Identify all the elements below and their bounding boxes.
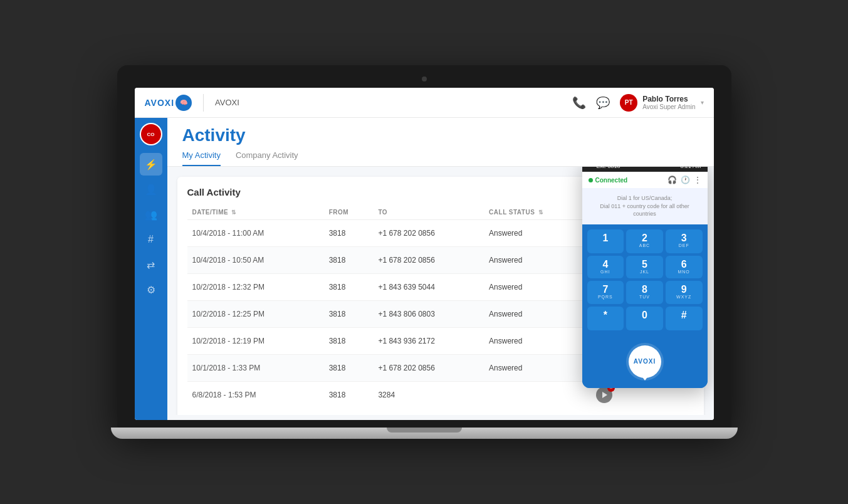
settings-icon: ⚙ — [147, 284, 155, 296]
cell-from: 3818 — [324, 355, 374, 382]
sort-icon-datetime: ⇅ — [231, 209, 237, 216]
cell-datetime: 10/4/2018 - 10:50 AM — [187, 247, 324, 274]
content-body: Call Activity DATE/TIME ⇅ FROM TO CALL S… — [167, 167, 714, 415]
phone-time: 8:21 AM — [680, 167, 701, 169]
laptop-base — [111, 428, 738, 439]
key-number: # — [666, 310, 703, 320]
app-name: AVOXI — [215, 98, 239, 107]
sidebar-item-groups[interactable]: 👥 — [140, 203, 162, 226]
key-number: 0 — [626, 310, 663, 320]
cell-to: +1 843 936 2172 — [373, 328, 484, 355]
phone-footer: AVOXI — [582, 335, 708, 388]
key-number: 5 — [626, 260, 663, 270]
key-button-4[interactable]: 4 GHI — [587, 256, 624, 278]
main-layout: CO ⚡ 👤 👥 # ⇄ — [135, 118, 714, 420]
sidebar-item-hashtag[interactable]: # — [140, 228, 162, 251]
cell-status: Answered — [484, 355, 591, 382]
cell-datetime: 10/2/2018 - 12:32 PM — [187, 274, 324, 301]
cell-from: 3818 — [324, 220, 374, 247]
col-to: TO — [373, 205, 484, 220]
voicemail-icon[interactable]: 💬 — [596, 96, 610, 110]
key-button-2[interactable]: 2 ABC — [626, 229, 663, 253]
key-button-*[interactable]: * — [587, 307, 624, 330]
key-button-5[interactable]: 5 JKL — [626, 256, 663, 278]
cell-status: Answered — [484, 328, 591, 355]
key-button-#[interactable]: # — [666, 307, 703, 330]
logo-divider — [203, 94, 204, 112]
key-number: 6 — [666, 260, 703, 270]
keypad: 1 2 ABC 3 DEF 4 GHI 5 JKL 6 MNO 7 PQRS 8… — [582, 224, 708, 335]
page-title: Activity — [182, 125, 699, 145]
cell-to: 3284 — [373, 382, 484, 409]
cell-to: +1 678 202 0856 — [373, 247, 484, 274]
cell-to: +1 678 202 0856 — [373, 220, 484, 247]
genius-badge: 🧠 — [175, 95, 192, 111]
avoxi-logo: AVOXI 🧠 — [145, 95, 192, 111]
sidebar-logo: CO — [140, 123, 162, 145]
sidebar-item-contacts[interactable]: 👤 — [140, 178, 162, 201]
cell-status: Answered — [484, 301, 591, 328]
key-number: * — [587, 310, 624, 320]
more-icon[interactable]: ⋮ — [694, 176, 701, 184]
sort-icon-status: ⇅ — [538, 209, 544, 216]
phone-connected-bar: Connected 🎧 🕐 ⋮ — [582, 172, 708, 188]
sidebar-item-settings[interactable]: ⚙ — [140, 278, 162, 301]
key-button-0[interactable]: 0 — [626, 307, 663, 330]
cell-from: 3818 — [324, 382, 374, 409]
key-button-8[interactable]: 8 TUV — [626, 281, 663, 303]
hashtag-icon: # — [148, 234, 154, 245]
phone-action-icons: 🎧 🕐 ⋮ — [667, 176, 701, 184]
clock-icon[interactable]: 🕐 — [681, 176, 690, 184]
key-number: 7 — [587, 285, 624, 295]
tab-company-activity[interactable]: Company Activity — [236, 150, 298, 166]
key-button-3[interactable]: 3 DEF — [666, 229, 703, 253]
headset-icon[interactable]: 🎧 — [667, 176, 677, 184]
avatar: PT — [620, 94, 637, 112]
content-area: Activity My Activity Company Activity Ca… — [167, 118, 714, 420]
key-number: 2 — [626, 233, 663, 243]
cell-to: +1 843 639 5044 — [373, 274, 484, 301]
chevron-down-icon: ▾ — [701, 99, 704, 106]
key-number: 3 — [666, 233, 703, 243]
sidebar-item-routing[interactable]: ⇄ — [140, 253, 162, 276]
topbar-right: 📞 💬 PT Pablo Torres Avoxi Super Admin ▾ — [572, 94, 703, 112]
laptop-frame: AVOXI 🧠 AVOXI 📞 💬 PT — [117, 65, 731, 439]
key-letters: JKL — [626, 270, 663, 275]
phone-icon[interactable]: 📞 — [572, 96, 586, 110]
cell-status — [484, 382, 591, 409]
cell-status: Answered — [484, 274, 591, 301]
tab-my-activity[interactable]: My Activity — [182, 150, 221, 166]
key-button-1[interactable]: 1 — [587, 229, 624, 253]
key-number: 1 — [587, 233, 624, 243]
key-letters: ABC — [626, 243, 663, 248]
phone-back-icon: — — [589, 167, 594, 169]
dial-display[interactable]: Dial 1 for US/Canada; Dial 011 + country… — [582, 188, 708, 224]
user-info[interactable]: PT Pablo Torres Avoxi Super Admin ▾ — [620, 94, 703, 112]
screen: AVOXI 🧠 AVOXI 📞 💬 PT — [135, 88, 714, 420]
key-letters: MNO — [666, 270, 703, 275]
sidebar-item-activity[interactable]: ⚡ — [140, 153, 162, 176]
user-details: Pablo Torres Avoxi Super Admin — [642, 95, 695, 110]
cell-from: 3818 — [324, 301, 374, 328]
key-number: 9 — [666, 285, 703, 295]
avoxi-phone-logo: AVOXI — [626, 343, 664, 381]
screen-bezel: AVOXI 🧠 AVOXI 📞 💬 PT — [117, 65, 731, 428]
key-number: 8 — [626, 285, 663, 295]
phone-status-bar: — Ext. 3818 8:21 AM — [582, 167, 708, 172]
company-logo: CO — [141, 124, 161, 144]
cell-to: +1 843 806 0803 — [373, 301, 484, 328]
play-button-error[interactable] — [596, 387, 612, 403]
phone-extension: Ext. 3818 — [597, 167, 620, 169]
col-from: FROM — [324, 205, 374, 220]
key-button-7[interactable]: 7 PQRS — [587, 281, 624, 303]
dial-hint-line1: Dial 1 for US/Canada; — [590, 194, 700, 202]
cell-datetime: 10/2/2018 - 12:25 PM — [187, 301, 324, 328]
sidebar: CO ⚡ 👤 👥 # ⇄ — [135, 118, 167, 420]
key-number: 4 — [587, 260, 624, 270]
key-letters: GHI — [587, 270, 624, 275]
routing-icon: ⇄ — [147, 259, 155, 271]
key-button-9[interactable]: 9 WXYZ — [666, 281, 703, 303]
cell-from: 3818 — [324, 274, 374, 301]
key-button-6[interactable]: 6 MNO — [666, 256, 703, 278]
key-letters: DEF — [666, 243, 703, 248]
